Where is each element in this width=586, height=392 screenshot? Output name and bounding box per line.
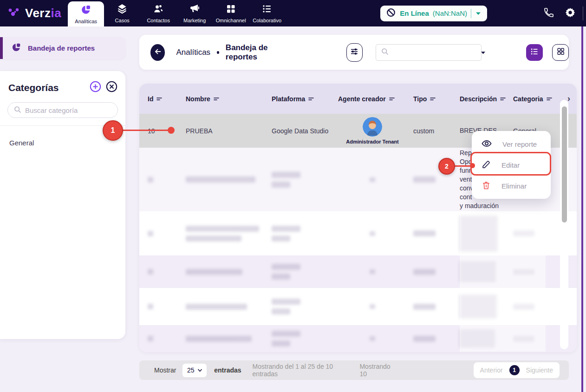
redacted-text bbox=[413, 176, 436, 183]
annotation-step-2: 2 bbox=[438, 158, 455, 175]
redacted-text bbox=[148, 231, 153, 236]
column-header-descripcion[interactable]: Descripción bbox=[460, 95, 513, 103]
redacted-text bbox=[272, 226, 300, 232]
tab-casos[interactable]: Casos bbox=[104, 0, 140, 26]
redacted-text bbox=[186, 269, 242, 275]
redacted-text bbox=[186, 176, 255, 183]
redacted-text bbox=[370, 231, 375, 236]
layers-icon bbox=[117, 3, 128, 16]
mostrar-label: Mostrar bbox=[154, 366, 176, 374]
redacted-text bbox=[370, 304, 375, 309]
grid-view-button[interactable] bbox=[552, 44, 569, 61]
agent-name: Administrador Tenant bbox=[346, 139, 398, 144]
next-page-button[interactable]: Siguiente bbox=[526, 366, 553, 374]
phone-icon bbox=[543, 7, 554, 20]
list-icon bbox=[261, 3, 273, 16]
breadcrumb-parent[interactable]: Analíticas bbox=[176, 48, 210, 57]
redacted-text bbox=[186, 235, 241, 242]
category-search-box[interactable] bbox=[7, 102, 118, 118]
page-size-select[interactable]: 25 bbox=[182, 364, 207, 377]
column-header-tipo[interactable]: Tipo bbox=[413, 95, 460, 103]
redacted-text bbox=[148, 177, 153, 183]
showing-count-text: Mostrando 10 bbox=[359, 363, 399, 378]
verzia-logo-icon bbox=[7, 7, 21, 20]
reports-table: Id Nombre Plataforma Agente creador Tipo… bbox=[139, 84, 577, 352]
current-page-button[interactable]: 1 bbox=[509, 365, 520, 375]
status-label: En Línea bbox=[400, 9, 429, 17]
menu-item-eliminar[interactable]: Eliminar bbox=[472, 176, 551, 196]
tab-marketing[interactable]: Marketing bbox=[176, 0, 213, 26]
redacted-text bbox=[413, 336, 436, 342]
trash-icon bbox=[481, 180, 491, 192]
arrow-left-icon bbox=[153, 47, 163, 58]
redacted-text bbox=[370, 269, 375, 274]
pager: Anterior 1 Siguiente bbox=[474, 362, 560, 378]
tab-omnichannel[interactable]: Omnichannel bbox=[213, 0, 249, 26]
redacted-text bbox=[186, 304, 247, 310]
pagination-bar: Mostrar 25 entradas Mostrando del 1 al 2… bbox=[139, 360, 569, 380]
close-panel-button[interactable] bbox=[105, 80, 118, 95]
table-scrollbar-track[interactable] bbox=[560, 100, 568, 349]
breadcrumb-current: Bandeja de reportes bbox=[226, 43, 286, 62]
annotation-dot-1 bbox=[168, 127, 175, 134]
redacted-text bbox=[148, 269, 153, 274]
grid-squares-icon bbox=[225, 3, 236, 16]
nav-edge-divider bbox=[583, 7, 583, 20]
annotation-step-1: 1 bbox=[103, 120, 123, 141]
cell-tipo: custom bbox=[413, 127, 460, 135]
people-icon bbox=[153, 3, 164, 16]
redacted-text bbox=[272, 182, 290, 188]
tab-contactos[interactable]: Contactos bbox=[140, 0, 176, 26]
active-item-accent-bar bbox=[0, 37, 3, 59]
table-header-row: Id Nombre Plataforma Agente creador Tipo… bbox=[139, 84, 577, 114]
tab-label: Omnichannel bbox=[216, 18, 246, 23]
column-header-id[interactable]: Id bbox=[148, 95, 186, 103]
breadcrumb: Analíticas Bandeja de reportes bbox=[176, 43, 286, 62]
redacted-text bbox=[186, 226, 259, 232]
search-icon bbox=[13, 105, 21, 115]
previous-page-button[interactable]: Anterior bbox=[480, 366, 503, 374]
sort-icon bbox=[500, 97, 506, 101]
status-dropdown[interactable]: En Línea (NaN:NaN) bbox=[380, 6, 487, 21]
table-scrollbar-thumb[interactable] bbox=[562, 106, 567, 222]
sidebar-item-bandeja-de-reportes[interactable]: Bandeja de reportes bbox=[0, 37, 125, 59]
column-header-nombre[interactable]: Nombre bbox=[186, 95, 272, 103]
redacted-text bbox=[186, 336, 252, 342]
tab-analiticas[interactable]: Analíticas bbox=[68, 1, 104, 26]
redacted-text bbox=[272, 340, 290, 346]
table-search-input[interactable] bbox=[392, 49, 476, 56]
sort-icon bbox=[156, 97, 162, 101]
status-timer: (NaN:NaN) bbox=[433, 9, 467, 17]
nav-tabs: Analíticas Casos Contactos Marketing Omn… bbox=[68, 0, 285, 26]
settings-button[interactable] bbox=[560, 7, 581, 20]
tab-label: Analíticas bbox=[75, 19, 97, 24]
chevron-down-icon[interactable] bbox=[480, 48, 486, 57]
chevron-down-icon[interactable] bbox=[475, 9, 482, 18]
category-search-input[interactable] bbox=[25, 106, 112, 114]
brand-logo[interactable]: Verzia bbox=[0, 6, 68, 20]
sort-icon bbox=[214, 97, 219, 101]
list-view-button[interactable] bbox=[526, 44, 543, 61]
status-divider bbox=[471, 9, 471, 18]
sliders-icon bbox=[349, 46, 359, 59]
table-search-box[interactable] bbox=[376, 44, 482, 61]
filters-button[interactable] bbox=[346, 43, 363, 62]
tab-colaborativo[interactable]: Colaborativo bbox=[249, 0, 285, 26]
breadcrumb-separator-dot bbox=[217, 51, 219, 54]
redacted-text bbox=[370, 336, 375, 341]
description-column-overlay bbox=[460, 211, 546, 352]
column-header-plataforma[interactable]: Plataforma bbox=[272, 95, 338, 103]
add-category-button[interactable] bbox=[89, 80, 102, 95]
back-button[interactable] bbox=[150, 44, 165, 61]
column-header-agente-creador[interactable]: Agente creador bbox=[338, 95, 413, 103]
redacted-text bbox=[272, 308, 290, 314]
redacted-text bbox=[148, 336, 153, 341]
redacted-text bbox=[413, 269, 436, 275]
pie-chart-icon bbox=[11, 42, 21, 54]
redacted-text bbox=[370, 177, 375, 182]
window-edge-scrollbar[interactable] bbox=[581, 26, 583, 392]
pie-chart-icon bbox=[80, 4, 91, 17]
phone-button[interactable] bbox=[538, 7, 560, 20]
sort-icon bbox=[547, 97, 552, 101]
sort-icon bbox=[389, 97, 395, 101]
